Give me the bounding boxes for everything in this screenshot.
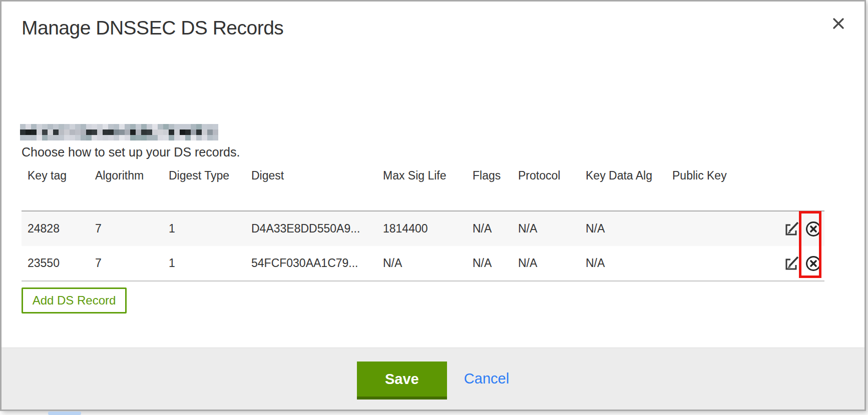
column-header-key-data-alg: Key Data Alg [580, 164, 666, 211]
column-header-digest-type: Digest Type [163, 164, 245, 211]
edit-icon [783, 255, 800, 272]
save-button[interactable]: Save [357, 362, 447, 400]
background-page-fragment [48, 412, 81, 415]
page-title: Manage DNSSEC DS Records [22, 16, 283, 40]
cell-digest: D4A33E8DD550A9... [245, 211, 377, 246]
column-header-actions [777, 164, 824, 211]
column-header-digest: Digest [245, 164, 377, 211]
delete-record-button[interactable] [804, 220, 822, 238]
setup-instruction-text: Choose how to set up your DS records. [22, 145, 240, 160]
cell-digest-type: 1 [163, 211, 245, 246]
cell-actions [777, 211, 824, 246]
cell-public-key [666, 246, 777, 281]
cell-key-data-alg: N/A [580, 211, 666, 246]
redacted-domain-pixelated [20, 124, 218, 140]
cell-max-sig-life: N/A [377, 246, 467, 281]
table-header-row: Key tag Algorithm Digest Type Digest Max… [22, 164, 824, 211]
cancel-link[interactable]: Cancel [464, 370, 509, 387]
add-ds-record-button[interactable]: Add DS Record [22, 288, 127, 314]
delete-record-button[interactable] [804, 254, 822, 272]
cell-digest: 54FCF030AA1C79... [245, 246, 377, 281]
column-header-flags: Flags [467, 164, 512, 211]
cell-algorithm: 7 [89, 211, 163, 246]
edit-record-button[interactable] [783, 220, 800, 238]
cell-key-data-alg: N/A [580, 246, 666, 281]
column-header-key-tag: Key tag [22, 164, 89, 211]
cell-algorithm: 7 [89, 246, 163, 281]
cell-key-tag: 23550 [22, 246, 89, 281]
cell-flags: N/A [467, 246, 512, 281]
cell-actions [777, 246, 824, 281]
cell-public-key [666, 211, 777, 246]
column-header-protocol: Protocol [512, 164, 580, 211]
column-header-max-sig-life: Max Sig Life [377, 164, 467, 211]
edit-icon [783, 220, 800, 238]
cell-flags: N/A [467, 211, 512, 246]
column-header-algorithm: Algorithm [89, 164, 163, 211]
modal-footer: Save Cancel [2, 348, 864, 410]
column-header-public-key: Public Key [666, 164, 777, 211]
delete-icon [804, 220, 822, 238]
cell-protocol: N/A [512, 246, 580, 281]
delete-icon [804, 254, 822, 272]
close-icon [830, 16, 846, 32]
ds-records-table: Key tag Algorithm Digest Type Digest Max… [22, 164, 824, 282]
cell-key-tag: 24828 [22, 211, 89, 246]
table-row: 24828 7 1 D4A33E8DD550A9... 1814400 N/A … [22, 211, 824, 246]
edit-record-button[interactable] [783, 255, 800, 272]
close-button[interactable] [827, 12, 849, 34]
table-row: 23550 7 1 54FCF030AA1C79... N/A N/A N/A … [22, 246, 824, 281]
cell-digest-type: 1 [163, 246, 245, 281]
manage-dnssec-modal: Manage DNSSEC DS Records Choose how to s… [0, 0, 866, 411]
cell-protocol: N/A [512, 211, 580, 246]
cell-max-sig-life: 1814400 [377, 211, 467, 246]
